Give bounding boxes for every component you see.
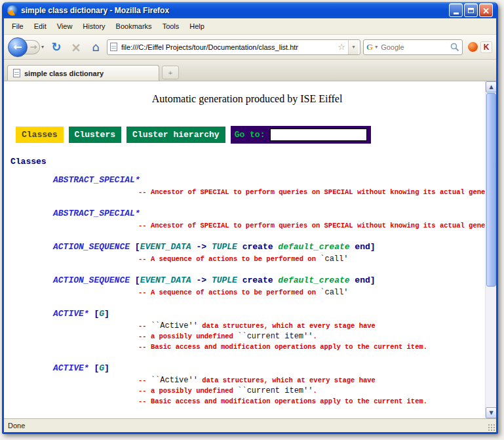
tab-label: simple class dictionary (24, 70, 104, 77)
menu-tools[interactable]: Tools (157, 20, 185, 33)
back-button[interactable]: ← (8, 37, 28, 57)
scroll-up-button[interactable]: ▲ (486, 81, 496, 92)
scrollbar-thumb[interactable] (486, 93, 496, 287)
home-icon: ⌂ (92, 40, 99, 54)
firefox-icon (7, 5, 18, 16)
nav-button-cluster-hierarchy[interactable]: Cluster hierarchy (126, 127, 225, 143)
page-nav-row: ClassesClustersCluster hierarchy Go to: (16, 126, 485, 144)
search-icon[interactable] (450, 43, 459, 52)
class-comment: -- Basic access and modification operati… (9, 396, 485, 407)
titlebar[interactable]: simple class dictionary - Mozilla Firefo… (4, 2, 496, 18)
minimize-button[interactable] (449, 3, 463, 17)
firefox-window: simple class dictionary - Mozilla Firefo… (2, 2, 498, 434)
menu-file[interactable]: File (7, 20, 29, 33)
class-name-link[interactable]: ACTION_SEQUENCE [EVENT_DATA -> TUPLE cre… (9, 241, 485, 252)
class-name-link[interactable]: ABSTRACT_SPECIAL* (9, 208, 485, 219)
url-dropdown-button[interactable]: ▾ (348, 40, 359, 54)
class-entry: ACTIVE* [G]-- ``Active'' data structures… (9, 363, 485, 407)
page-favicon-icon (110, 43, 117, 51)
new-tab-icon: + (168, 69, 172, 77)
page-content: Automatic generation produced by ISE Eif… (4, 81, 496, 418)
class-comment: -- Ancestor of SPECIAL to perform querie… (9, 187, 485, 197)
scroll-down-button[interactable]: ▼ (486, 407, 496, 418)
class-comment: -- a possibly undefined ``current item''… (9, 386, 485, 396)
menu-history[interactable]: History (77, 20, 110, 33)
tab-simple-class-dictionary[interactable]: simple class dictionary (7, 65, 159, 81)
back-icon: ← (13, 41, 22, 53)
menu-edit[interactable]: Edit (29, 20, 52, 33)
search-engine-dropdown-icon[interactable]: ▾ (375, 44, 378, 50)
goto-label: Go to: (235, 130, 265, 140)
stop-button[interactable]: × (68, 39, 85, 56)
class-list: ABSTRACT_SPECIAL*-- Ancestor of SPECIAL … (9, 174, 485, 418)
tab-favicon-icon (13, 69, 20, 77)
nav-button-clusters[interactable]: Clusters (69, 127, 121, 143)
reload-button[interactable]: ↻ (48, 39, 65, 56)
class-entry: ABSTRACT_SPECIAL*-- Ancestor of SPECIAL … (9, 208, 485, 231)
class-comment: -- Ancestor of SPECIAL to perform querie… (9, 220, 485, 231)
stop-icon: × (71, 40, 81, 54)
class-comment: -- ``Active'' data structures, which at … (9, 321, 485, 331)
menu-bookmarks[interactable]: Bookmarks (111, 20, 157, 33)
close-button[interactable]: × (479, 3, 493, 17)
url-bar: ☆ ▾ (107, 39, 360, 55)
vertical-scrollbar[interactable]: ▲ ▼ (485, 81, 496, 418)
search-box: G ▾ (363, 39, 463, 55)
class-entry: ABSTRACT_SPECIAL*-- Ancestor of SPECIAL … (9, 174, 485, 197)
class-name-link[interactable]: ACTIVE* [G] (9, 308, 485, 319)
window-title: simple class dictionary - Mozilla Firefo… (21, 6, 446, 15)
class-entry: ACTION_SEQUENCE [EVENT_DATA -> TUPLE cre… (9, 275, 485, 298)
goto-box: Go to: (231, 126, 372, 144)
class-name-link[interactable]: ABSTRACT_SPECIAL* (9, 174, 485, 186)
scroll-down-icon: ▼ (489, 410, 493, 416)
class-entry: ACTIVE* [G]-- ``Active'' data structures… (9, 308, 485, 352)
back-forward-cluster: ← → ▾ (8, 37, 44, 57)
minimize-icon (454, 12, 459, 14)
url-input[interactable] (120, 43, 335, 52)
goto-input[interactable] (270, 129, 367, 141)
home-button[interactable]: ⌂ (87, 39, 104, 56)
new-tab-button[interactable]: + (162, 66, 179, 79)
resize-grip[interactable] (487, 423, 495, 431)
close-icon: × (482, 6, 490, 15)
nav-toolbar: ← → ▾ ↻ × ⌂ ☆ ▾ G ▾ K (4, 35, 496, 60)
page-title: Automatic generation produced by ISE Eif… (9, 93, 485, 105)
class-name-link[interactable]: ACTION_SEQUENCE [EVENT_DATA -> TUPLE cre… (9, 275, 485, 286)
class-comment: -- A sequence of actions to be performed… (9, 254, 485, 264)
class-comment: -- A sequence of actions to be performed… (9, 287, 485, 298)
addon-badge-icon[interactable] (468, 42, 478, 52)
google-icon: G (366, 42, 373, 52)
menu-bar: FileEditViewHistoryBookmarksToolsHelp (4, 18, 496, 35)
reload-icon: ↻ (51, 40, 61, 54)
search-input[interactable] (379, 43, 448, 52)
status-text: Done (8, 422, 25, 430)
maximize-icon (468, 8, 474, 13)
class-entry: ACTION_SEQUENCE [EVENT_DATA -> TUPLE cre… (9, 241, 485, 264)
menu-view[interactable]: View (52, 20, 78, 33)
nav-button-classes[interactable]: Classes (16, 127, 64, 143)
chevron-down-icon: ▾ (352, 44, 355, 50)
section-title: Classes (10, 157, 485, 167)
document-area: Automatic generation produced by ISE Eif… (4, 81, 485, 418)
class-comment: -- ``Active'' data structures, which at … (9, 375, 485, 386)
page-nav-buttons: ClassesClustersCluster hierarchy (16, 127, 225, 143)
tab-bar: simple class dictionary + (4, 60, 496, 81)
class-comment: -- Basic access and modification operati… (9, 342, 485, 352)
class-comment: -- a possibly undefined ``current item''… (9, 331, 485, 342)
forward-icon: → (30, 42, 37, 52)
history-dropdown-icon[interactable]: ▾ (41, 44, 44, 50)
scroll-up-icon: ▲ (489, 84, 493, 90)
status-bar: Done (4, 418, 496, 432)
class-name-link[interactable]: ACTIVE* [G] (9, 363, 485, 374)
bookmark-star-icon[interactable]: ☆ (338, 42, 345, 52)
menu-help[interactable]: Help (184, 20, 210, 33)
maximize-button[interactable] (464, 3, 478, 17)
kaspersky-icon[interactable]: K (480, 41, 492, 53)
